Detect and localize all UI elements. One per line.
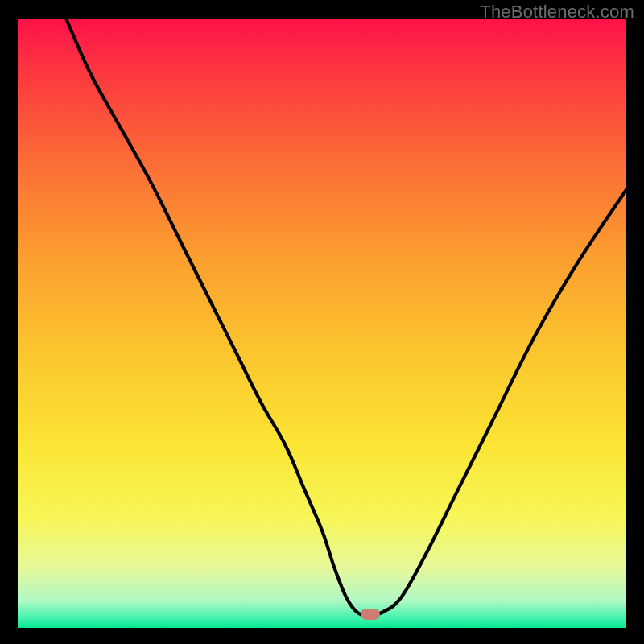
watermark-text: TheBottleneck.com: [480, 2, 634, 23]
chart-svg: [18, 19, 626, 628]
plot-area: [18, 19, 626, 628]
optimal-marker: [361, 609, 380, 620]
chart-frame: TheBottleneck.com: [0, 0, 644, 644]
